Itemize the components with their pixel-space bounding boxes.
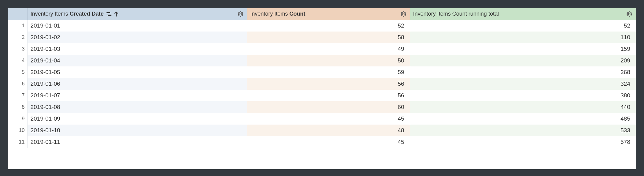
cell-running-total[interactable]: 440 <box>410 101 636 113</box>
gear-icon[interactable] <box>626 11 633 17</box>
row-number: 6 <box>8 78 27 90</box>
table-row[interactable]: 82019-01-0860440 <box>8 101 636 113</box>
row-number: 7 <box>8 90 27 101</box>
cell-created-date[interactable]: 2019-01-03 <box>27 43 247 55</box>
cell-count[interactable]: 56 <box>247 78 410 90</box>
cell-running-total[interactable]: 533 <box>410 125 636 136</box>
cell-created-date[interactable]: 2019-01-05 <box>27 66 247 78</box>
header-label: Inventory Items Count running total <box>413 11 499 17</box>
cell-running-total[interactable]: 485 <box>410 113 636 125</box>
column-header-created-date[interactable]: Inventory Items Created Date <box>27 8 247 20</box>
gear-icon[interactable] <box>237 11 244 17</box>
row-number: 10 <box>8 125 27 136</box>
row-number: 5 <box>8 66 27 78</box>
cell-running-total[interactable]: 268 <box>410 66 636 78</box>
cell-count[interactable]: 45 <box>247 136 410 148</box>
row-number: 4 <box>8 55 27 66</box>
row-number: 11 <box>8 136 27 148</box>
cell-running-total[interactable]: 159 <box>410 43 636 55</box>
data-table: Inventory Items Created Date <box>8 8 636 148</box>
table-row[interactable]: 52019-01-0559268 <box>8 66 636 78</box>
cell-running-total[interactable]: 578 <box>410 136 636 148</box>
cell-created-date[interactable]: 2019-01-04 <box>27 55 247 66</box>
cell-running-total[interactable]: 380 <box>410 90 636 101</box>
table-row[interactable]: 12019-01-015252 <box>8 20 636 32</box>
cell-running-total[interactable]: 324 <box>410 78 636 90</box>
gear-icon[interactable] <box>400 11 407 17</box>
cell-count[interactable]: 49 <box>247 43 410 55</box>
header-label: Inventory Items Count <box>250 11 305 17</box>
pivot-icon <box>106 12 112 16</box>
cell-count[interactable]: 58 <box>247 32 410 43</box>
cell-created-date[interactable]: 2019-01-11 <box>27 136 247 148</box>
cell-count[interactable]: 56 <box>247 90 410 101</box>
cell-created-date[interactable]: 2019-01-10 <box>27 125 247 136</box>
cell-running-total[interactable]: 52 <box>410 20 636 32</box>
cell-running-total[interactable]: 209 <box>410 55 636 66</box>
sort-asc-icon <box>114 12 118 17</box>
header-label: Inventory Items Created Date <box>31 11 104 17</box>
table-row[interactable]: 92019-01-0945485 <box>8 113 636 125</box>
cell-created-date[interactable]: 2019-01-02 <box>27 32 247 43</box>
cell-count[interactable]: 52 <box>247 20 410 32</box>
table-header-row: Inventory Items Created Date <box>8 8 636 20</box>
table-row[interactable]: 62019-01-0656324 <box>8 78 636 90</box>
cell-created-date[interactable]: 2019-01-08 <box>27 101 247 113</box>
cell-running-total[interactable]: 110 <box>410 32 636 43</box>
table-row[interactable]: 72019-01-0756380 <box>8 90 636 101</box>
table-row[interactable]: 22019-01-0258110 <box>8 32 636 43</box>
cell-count[interactable]: 50 <box>247 55 410 66</box>
row-number: 9 <box>8 113 27 125</box>
row-number: 2 <box>8 32 27 43</box>
table-body: 12019-01-01525222019-01-025811032019-01-… <box>8 20 636 148</box>
cell-created-date[interactable]: 2019-01-06 <box>27 78 247 90</box>
column-header-running-total[interactable]: Inventory Items Count running total <box>410 8 636 20</box>
column-header-count[interactable]: Inventory Items Count <box>247 8 410 20</box>
cell-count[interactable]: 60 <box>247 101 410 113</box>
row-number: 8 <box>8 101 27 113</box>
cell-count[interactable]: 59 <box>247 66 410 78</box>
table-row[interactable]: 112019-01-1145578 <box>8 136 636 148</box>
cell-created-date[interactable]: 2019-01-09 <box>27 113 247 125</box>
row-number-header[interactable] <box>8 8 27 20</box>
cell-count[interactable]: 45 <box>247 113 410 125</box>
row-number: 3 <box>8 43 27 55</box>
table-row[interactable]: 42019-01-0450209 <box>8 55 636 66</box>
table-row[interactable]: 102019-01-1048533 <box>8 125 636 136</box>
cell-created-date[interactable]: 2019-01-01 <box>27 20 247 32</box>
row-number: 1 <box>8 20 27 32</box>
cell-count[interactable]: 48 <box>247 125 410 136</box>
table-row[interactable]: 32019-01-0349159 <box>8 43 636 55</box>
cell-created-date[interactable]: 2019-01-07 <box>27 90 247 101</box>
data-table-panel: Inventory Items Created Date <box>8 8 636 169</box>
